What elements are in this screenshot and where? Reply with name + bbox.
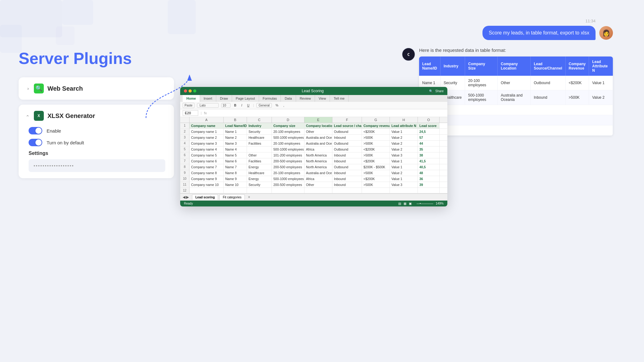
excel-tab-formulas[interactable]: Formulas	[259, 95, 281, 102]
cell-h6[interactable]: Value 3	[390, 152, 418, 158]
cell-a6[interactable]: Company name 5	[190, 152, 224, 158]
cell-a11[interactable]: Company name 10	[190, 182, 224, 188]
cell-h2[interactable]: Value 1	[390, 129, 418, 134]
cell-b10[interactable]: Name 9	[224, 176, 247, 182]
toolbar-underline[interactable]: U	[246, 103, 251, 107]
cell-d3[interactable]: 500-1000 employees	[272, 135, 304, 140]
cell-o7[interactable]: 41,5	[418, 158, 440, 164]
excel-zoom-slider[interactable]: —•————	[417, 202, 433, 205]
cell-h11[interactable]: Value 3	[390, 182, 418, 188]
cell-e10[interactable]: Africa	[304, 176, 332, 182]
toolbar-percent[interactable]: %	[274, 103, 280, 107]
cell-a2[interactable]: Company name 1	[190, 129, 224, 134]
formula-content[interactable]	[209, 112, 445, 114]
default-toggle[interactable]	[29, 139, 42, 146]
cell-b1[interactable]: Lead Name/ID	[224, 123, 247, 129]
cell-b11[interactable]: Name 10	[224, 182, 247, 188]
cell-e3[interactable]: Australia and Oceania	[304, 135, 332, 140]
cell-d11[interactable]: 200-500 employees	[272, 182, 304, 188]
sheet-tab-fit-categories[interactable]: Fit categories	[219, 194, 245, 200]
cell-a9[interactable]: Company name 8	[190, 170, 224, 176]
cell-o8[interactable]: 40,5	[418, 164, 440, 170]
cell-d1[interactable]: Company size	[272, 123, 304, 129]
cell-b8[interactable]: Name 7	[224, 164, 247, 170]
cell-a7[interactable]: Company name 6	[190, 158, 224, 164]
cell-reference[interactable]: E20	[183, 110, 198, 116]
toolbar-bold[interactable]: B	[233, 103, 238, 107]
settings-password-input[interactable]	[29, 159, 165, 172]
cell-e12[interactable]	[304, 188, 332, 193]
cell-g6[interactable]: >500K	[362, 152, 390, 158]
xlsx-generator-plugin-header[interactable]: ‹ X XLSX Generator	[27, 111, 165, 121]
excel-share-icon[interactable]: Share	[435, 89, 444, 93]
cell-h12[interactable]	[390, 188, 418, 193]
cell-f2[interactable]: Outbound	[332, 129, 362, 134]
cell-c2[interactable]: Security	[247, 129, 272, 134]
cell-h8[interactable]: Value 1	[390, 164, 418, 170]
cell-o4[interactable]: 44	[418, 141, 440, 146]
cell-e5[interactable]: Africa	[304, 147, 332, 152]
cell-d7[interactable]: 200-500 employees	[272, 158, 304, 164]
cell-g9[interactable]: >500K	[362, 170, 390, 176]
toolbar-general[interactable]: General	[256, 103, 272, 108]
cell-h5[interactable]: Value 2	[390, 147, 418, 152]
cell-h10[interactable]: Value 1	[390, 176, 418, 182]
cell-f9[interactable]: Inbound	[332, 170, 362, 176]
cell-b2[interactable]: Name 1	[224, 129, 247, 134]
cell-a10[interactable]: Company name 9	[190, 176, 224, 182]
sheet-next-arrow[interactable]: ▶	[186, 195, 189, 199]
enable-toggle[interactable]	[29, 127, 42, 134]
cell-f6[interactable]: Inbound	[332, 152, 362, 158]
excel-tab-page-layout[interactable]: Page Layout	[232, 95, 259, 102]
cell-c1[interactable]: Industry	[247, 123, 272, 129]
cell-f5[interactable]: Outbound	[332, 147, 362, 152]
toolbar-comma[interactable]: ,	[282, 103, 285, 107]
excel-tab-draw[interactable]: Draw	[216, 95, 232, 102]
cell-g1[interactable]: Company revenue	[362, 123, 390, 129]
cell-o10[interactable]: 36	[418, 176, 440, 182]
close-button[interactable]	[184, 89, 187, 93]
cell-d5[interactable]: 500-1000 employees	[272, 147, 304, 152]
cell-g7[interactable]: <$200K	[362, 158, 390, 164]
toolbar-paste[interactable]: Paste	[183, 103, 194, 108]
cell-f12[interactable]	[332, 188, 362, 193]
cell-c7[interactable]: Facilities	[247, 158, 272, 164]
cell-o3[interactable]: 57	[418, 135, 440, 140]
cell-f7[interactable]: Inbound	[332, 158, 362, 164]
cell-a5[interactable]: Company name 4	[190, 147, 224, 152]
cell-d12[interactable]	[272, 188, 304, 193]
cell-e8[interactable]: North America	[304, 164, 332, 170]
cell-c11[interactable]: Security	[247, 182, 272, 188]
cell-e6[interactable]: North America	[304, 152, 332, 158]
cell-h7[interactable]: Value 1	[390, 158, 418, 164]
cell-g12[interactable]	[362, 188, 390, 193]
cell-d2[interactable]: 20-100 employees	[272, 129, 304, 134]
cell-o1[interactable]: Lead score	[418, 123, 440, 129]
cell-h9[interactable]: Value 2	[390, 170, 418, 176]
cell-c3[interactable]: Healthcare	[247, 135, 272, 140]
excel-search-icon[interactable]: 🔍	[429, 89, 433, 93]
cell-f1[interactable]: Lead source / channel	[332, 123, 362, 129]
cell-f10[interactable]: Inbound	[332, 176, 362, 182]
toolbar-font-size[interactable]: 10	[221, 103, 231, 108]
cell-a3[interactable]: Company name 2	[190, 135, 224, 140]
cell-c4[interactable]: Facilities	[247, 141, 272, 146]
cell-d6[interactable]: 101-200 employees	[272, 152, 304, 158]
cell-o6[interactable]: 38	[418, 152, 440, 158]
cell-c6[interactable]: Other	[247, 152, 272, 158]
minimize-button[interactable]	[189, 89, 192, 93]
cell-c10[interactable]: Energy	[247, 176, 272, 182]
cell-e9[interactable]: Australia and Oceania	[304, 170, 332, 176]
cell-c8[interactable]: Energy	[247, 164, 272, 170]
cell-a4[interactable]: Company name 3	[190, 141, 224, 146]
cell-g3[interactable]: >500K	[362, 135, 390, 140]
excel-tab-view[interactable]: View	[315, 95, 330, 102]
cell-e2[interactable]: Other	[304, 129, 332, 134]
cell-o9[interactable]: 48	[418, 170, 440, 176]
toolbar-italic[interactable]: I	[240, 103, 244, 107]
cell-o11[interactable]: 39	[418, 182, 440, 188]
cell-c9[interactable]: Healthcare	[247, 170, 272, 176]
cell-b12[interactable]	[224, 188, 247, 193]
cell-b9[interactable]: Name 8	[224, 170, 247, 176]
excel-tab-data[interactable]: Data	[281, 95, 296, 102]
